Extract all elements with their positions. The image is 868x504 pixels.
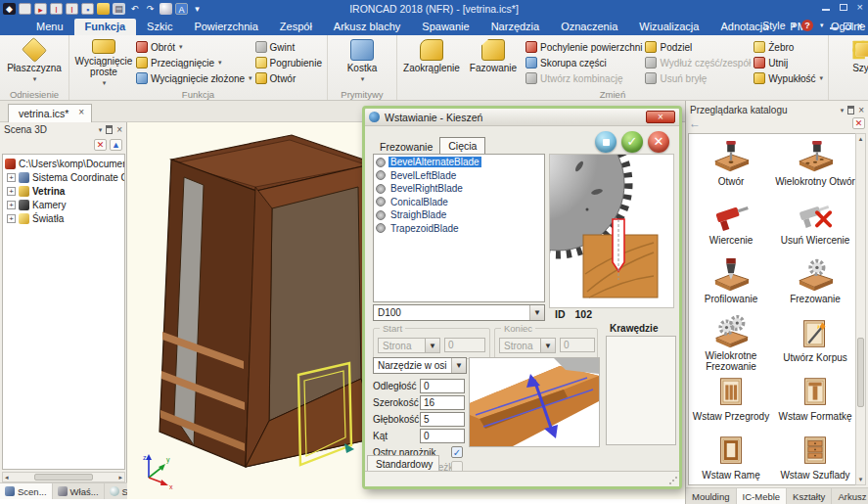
dialog-close-button[interactable]: × — [646, 111, 675, 123]
catalog-item-wiercenie[interactable]: Wiercenie — [689, 196, 773, 254]
sharp-corner-checkbox[interactable]: ✓ — [451, 446, 463, 458]
template-icon[interactable]: ▪ — [81, 3, 94, 15]
cube-button[interactable]: Kostka ▾ — [333, 37, 391, 88]
tool-mode-dropdown[interactable]: Narzędzie w osi ▼ — [373, 357, 467, 374]
pattern-button[interactable]: Szyk — [834, 37, 868, 88]
list-item-blade[interactable]: BevelAlternateBlade — [374, 156, 544, 169]
tree-horizontal-scrollbar[interactable]: ◂ ▸ — [2, 472, 125, 482]
catalog-item-wstaw-formatke[interactable]: Wstaw Formatkę — [773, 372, 857, 431]
document-tab[interactable]: vetrina.ics* × — [8, 104, 92, 122]
chevron-down-icon[interactable]: ▾ — [841, 107, 845, 115]
style-menu[interactable]: Style — [762, 20, 785, 31]
tree-item-vetrina[interactable]: + Vetrina — [3, 184, 124, 198]
rib-button[interactable]: Żebro — [754, 40, 823, 54]
distance-field[interactable]: 0 — [420, 379, 465, 393]
open-scene-icon[interactable]: ▸ — [34, 3, 47, 15]
chevron-down-icon[interactable]: ▾ — [793, 22, 797, 29]
plane-button[interactable]: Płaszczyzna ▾ — [5, 37, 64, 88]
tab-funkcja[interactable]: Funkcja — [74, 19, 137, 35]
insert-assembly-icon[interactable]: I — [66, 3, 78, 15]
scroll-left-icon[interactable]: ◂ — [5, 474, 9, 481]
preview-button[interactable] — [595, 131, 617, 153]
depth-field[interactable]: 5 — [420, 412, 465, 427]
close-icon[interactable]: × — [78, 108, 84, 117]
edges-listbox[interactable] — [606, 336, 676, 445]
emboss-button[interactable]: Wypukłość▾ — [754, 71, 823, 85]
list-item-blade[interactable]: BevelLeftBlade — [374, 169, 544, 183]
chevron-down-icon[interactable]: ▾ — [99, 126, 103, 134]
pin-icon[interactable] — [106, 125, 113, 134]
tab-arkusz-blachy[interactable]: Arkusz blachy — [323, 19, 411, 35]
suppress-icon[interactable]: ✕ — [94, 139, 107, 151]
new-scene-icon[interactable] — [19, 3, 31, 15]
cancel-button[interactable]: ✕ — [648, 131, 669, 153]
hole-button[interactable]: Otwór — [255, 71, 322, 85]
close-catalog-icon[interactable]: ✕ — [852, 117, 865, 129]
tree-item-coordinate-system[interactable]: + Sistema Coordinate Global — [3, 170, 124, 184]
fillet-button[interactable]: Zaokrąglenie — [402, 37, 461, 88]
tab-szkic[interactable]: Szkic — [136, 19, 183, 35]
help-icon[interactable]: ? — [801, 20, 813, 31]
render-icon[interactable] — [160, 3, 172, 15]
close-icon[interactable]: × — [116, 125, 122, 135]
expand-icon[interactable]: + — [7, 173, 16, 182]
thread-button[interactable]: Gwint — [255, 40, 322, 54]
doc-restore-button[interactable] — [844, 23, 851, 29]
tree-item-kamery[interactable]: + Kamery — [3, 198, 124, 211]
qat-dropdown-icon[interactable]: ▾ — [191, 3, 204, 15]
trim-button[interactable]: Utnij — [754, 56, 823, 69]
tab-spawanie[interactable]: Spawanie — [411, 19, 480, 35]
scroll-thumb[interactable] — [857, 338, 864, 408]
start-side-dropdown[interactable]: Strona ▼ — [378, 338, 440, 353]
scroll-down-icon[interactable]: ▾ — [859, 476, 863, 483]
visual-styles-icon[interactable]: A — [175, 3, 188, 15]
pin-icon[interactable] — [847, 106, 854, 115]
tab-ksztalty[interactable]: Kształty — [787, 488, 832, 504]
catalog-item-wstaw-rame[interactable]: Wstaw Ramę — [689, 431, 773, 485]
list-item-blade[interactable]: TrapezoidBlade — [374, 222, 544, 236]
shell-button[interactable]: Skorupa części — [525, 56, 643, 69]
chevron-down-icon[interactable]: ▾ — [820, 22, 824, 29]
catalog-item-frezowanie[interactable]: Frezowanie — [773, 254, 857, 313]
scroll-right-icon[interactable]: ▸ — [118, 474, 122, 481]
standard-tab[interactable]: Standardowy — [367, 455, 439, 472]
tree-item-scene-root[interactable]: C:\Users\komp\Documents\G — [3, 157, 124, 170]
ok-button[interactable]: ✓ — [621, 131, 643, 153]
catalog-item-utworz-korpus[interactable]: Utwórz Korpus — [773, 313, 857, 372]
split-button[interactable]: Podziel — [645, 40, 751, 54]
restore-button[interactable] — [840, 4, 847, 11]
tab-moulding[interactable]: Moulding — [686, 488, 737, 504]
end-side-dropdown[interactable]: Strona ▼ — [499, 338, 556, 353]
tab-zespol[interactable]: Zespół — [269, 19, 323, 35]
blade-size-dropdown[interactable]: D100 ▼ — [373, 304, 545, 321]
width-field[interactable]: 16 — [420, 395, 465, 410]
delete-body-button[interactable]: Usuń bryłę — [645, 71, 751, 85]
undo-icon[interactable]: ↶ — [128, 3, 141, 15]
tab-wizualizacja[interactable]: Wizualizacja — [628, 19, 709, 35]
draft-button[interactable]: Pochylenie powierzchni — [525, 40, 643, 54]
sweep-button[interactable]: Przeciągnięcie▾ — [136, 56, 252, 69]
dialog-title-bar[interactable]: Wstawianie - Kieszeń × — [365, 109, 679, 126]
tab-menu[interactable]: Menu — [25, 19, 74, 35]
catalog-item-profilowanie[interactable]: Profilowanie — [689, 254, 773, 313]
start-value-field[interactable]: 0 — [444, 338, 485, 352]
catalog-item-wstaw-przegrody[interactable]: Wstaw Przegrody — [689, 372, 773, 431]
doc-minimize-button[interactable] — [830, 22, 838, 29]
tab-properties[interactable]: Właś... — [53, 483, 105, 499]
filter-icon[interactable]: ▲ — [110, 139, 122, 151]
catalog-scrollbar[interactable]: ▴ ▾ — [855, 133, 866, 485]
tab-scene[interactable]: Scen... — [0, 483, 53, 499]
tab-ciecia[interactable]: Cięcia — [439, 137, 485, 155]
list-item-blade[interactable]: ConicalBlade — [374, 196, 544, 209]
close-button[interactable]: × — [857, 3, 863, 11]
end-value-field[interactable]: 0 — [560, 338, 595, 352]
expand-icon[interactable]: + — [7, 187, 16, 196]
open-folder-icon[interactable] — [97, 3, 110, 15]
minimize-button[interactable] — [822, 3, 830, 11]
tab-ic-meble[interactable]: IC-Meble — [737, 488, 788, 504]
tab-frezowanie[interactable]: Frezowanie — [373, 139, 439, 155]
close-icon[interactable]: × — [858, 106, 864, 115]
catalog-item-wstaw-szuflady[interactable]: Wstaw Szuflady — [773, 431, 857, 485]
scroll-up-icon[interactable]: ▴ — [859, 135, 863, 143]
catalog-item-wielokrotny-otwor[interactable]: Wielokrotny Otwór — [773, 137, 857, 196]
